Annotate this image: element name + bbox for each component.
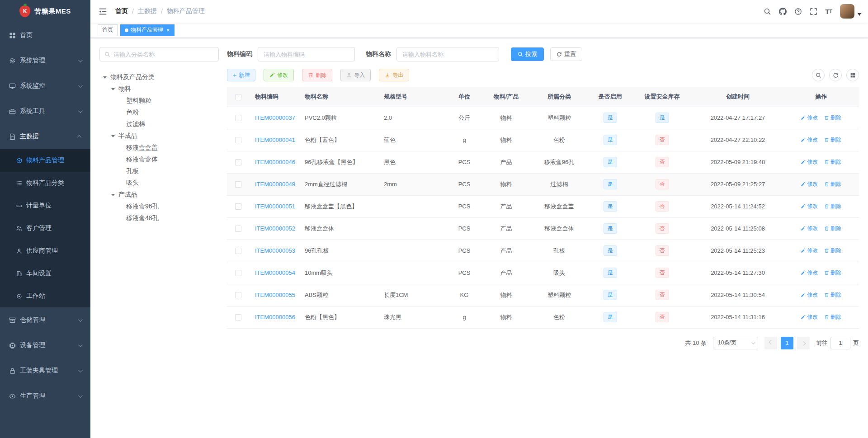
category-search-input[interactable] bbox=[113, 51, 214, 58]
sidebar-item-supplier-management[interactable]: 供应商管理 bbox=[0, 240, 90, 262]
material-code-link[interactable]: ITEM00000052 bbox=[255, 225, 295, 232]
tree-node-semi-finished[interactable]: 半成品 bbox=[99, 130, 219, 142]
row-delete-button[interactable]: 删除 bbox=[824, 114, 841, 122]
import-button[interactable]: 导入 bbox=[340, 69, 371, 81]
table-row[interactable]: ITEM00000049 2mm直径过滤棉 2mm PCS 物料 过滤棉 是 否… bbox=[227, 173, 859, 195]
material-code-link[interactable]: ITEM00000053 bbox=[255, 247, 295, 254]
tab-material-product-management[interactable]: 物料产品管理 × bbox=[120, 24, 175, 36]
tree-node-material[interactable]: 物料 bbox=[99, 83, 219, 95]
row-checkbox[interactable] bbox=[235, 292, 241, 298]
reset-button[interactable]: 重置 bbox=[550, 47, 582, 61]
row-checkbox[interactable] bbox=[235, 270, 241, 276]
table-row[interactable]: ITEM00000056 色粉【黑色】 珠光黑 g 物料 色粉 是 否 2022… bbox=[227, 306, 859, 328]
caret-down-icon[interactable] bbox=[111, 194, 115, 196]
sidebar-item-workshop-settings[interactable]: 车间设置 bbox=[0, 262, 90, 285]
material-code-link[interactable]: ITEM00000056 bbox=[255, 314, 295, 320]
next-page-button[interactable] bbox=[797, 337, 810, 349]
table-row[interactable]: ITEM00000046 96孔移液盒【黑色】 黑色 PCS 产品 移液盒96孔… bbox=[227, 151, 859, 173]
page-number-current[interactable]: 1 bbox=[781, 337, 793, 349]
tree-node-finished-goods[interactable]: 产成品 bbox=[99, 189, 219, 201]
font-size-button[interactable]: TT bbox=[821, 0, 836, 23]
material-code-link[interactable]: ITEM00000041 bbox=[255, 137, 295, 143]
sidebar-item-system-monitor[interactable]: 系统监控 bbox=[0, 73, 90, 99]
row-edit-button[interactable]: 修改 bbox=[801, 269, 818, 277]
goto-page-input[interactable] bbox=[830, 337, 850, 349]
close-icon[interactable]: × bbox=[166, 27, 170, 33]
row-delete-button[interactable]: 删除 bbox=[824, 158, 841, 166]
row-edit-button[interactable]: 修改 bbox=[801, 313, 818, 321]
sidebar-item-material-product-management[interactable]: 物料产品管理 bbox=[0, 149, 90, 172]
toggle-search-button[interactable] bbox=[812, 69, 825, 81]
row-checkbox[interactable] bbox=[235, 203, 241, 210]
column-settings-button[interactable] bbox=[846, 69, 859, 81]
row-edit-button[interactable]: 修改 bbox=[801, 291, 818, 299]
row-delete-button[interactable]: 删除 bbox=[824, 247, 841, 254]
tree-node-leaf[interactable]: 移液盒96孔 bbox=[99, 201, 219, 212]
row-checkbox[interactable] bbox=[235, 314, 241, 320]
hamburger-icon[interactable] bbox=[98, 6, 108, 16]
sidebar-item-fixture-management[interactable]: 工装夹具管理 bbox=[0, 358, 90, 383]
row-edit-button[interactable]: 修改 bbox=[801, 247, 818, 254]
row-checkbox[interactable] bbox=[235, 226, 241, 232]
avatar[interactable] bbox=[840, 4, 854, 19]
row-edit-button[interactable]: 修改 bbox=[801, 158, 818, 166]
sidebar-item-workstation[interactable]: 工作站 bbox=[0, 285, 90, 307]
sidebar-item-system-management[interactable]: 系统管理 bbox=[0, 48, 90, 73]
row-delete-button[interactable]: 删除 bbox=[824, 269, 841, 277]
material-code-link[interactable]: ITEM00000046 bbox=[255, 159, 295, 165]
row-delete-button[interactable]: 删除 bbox=[824, 225, 841, 232]
user-menu[interactable] bbox=[840, 4, 861, 19]
sidebar-item-measure-unit[interactable]: 计量单位 bbox=[0, 194, 90, 217]
row-delete-button[interactable]: 删除 bbox=[824, 313, 841, 321]
material-code-input[interactable] bbox=[258, 47, 355, 61]
table-row[interactable]: ITEM00000051 移液盒盒盖【黑色】 PCS 产品 移液盒盒盖 是 否 … bbox=[227, 195, 859, 217]
row-checkbox[interactable] bbox=[235, 159, 241, 165]
material-code-link[interactable]: ITEM00000049 bbox=[255, 181, 295, 188]
row-edit-button[interactable]: 修改 bbox=[801, 114, 818, 122]
prev-page-button[interactable] bbox=[764, 337, 777, 349]
tab-home[interactable]: 首页 bbox=[98, 24, 118, 36]
row-edit-button[interactable]: 修改 bbox=[801, 203, 818, 210]
tree-node-leaf[interactable]: 孔板 bbox=[99, 165, 219, 177]
tree-node-leaf[interactable]: 过滤棉 bbox=[99, 118, 219, 130]
delete-button[interactable]: 删除 bbox=[302, 69, 332, 81]
sidebar-item-customer-management[interactable]: 客户管理 bbox=[0, 217, 90, 240]
material-name-input[interactable] bbox=[396, 47, 499, 61]
material-code-link[interactable]: ITEM00000037 bbox=[255, 114, 295, 121]
sidebar-item-warehouse-management[interactable]: 仓储管理 bbox=[0, 307, 90, 333]
sidebar-item-home[interactable]: 首页 bbox=[0, 23, 90, 48]
caret-down-icon[interactable] bbox=[111, 88, 115, 90]
caret-down-icon[interactable] bbox=[103, 76, 107, 79]
table-row[interactable]: ITEM00000037 PVC2.0颗粒 2.0 公斤 物料 塑料颗粒 是 是… bbox=[227, 107, 859, 129]
header-search-button[interactable] bbox=[760, 0, 775, 23]
select-all-checkbox[interactable] bbox=[235, 94, 241, 100]
row-delete-button[interactable]: 删除 bbox=[824, 203, 841, 210]
tree-node-root[interactable]: 物料及产品分类 bbox=[99, 71, 219, 83]
breadcrumb-master-data[interactable]: 主数据 bbox=[138, 7, 157, 15]
app-logo[interactable]: K 苦糖果MES bbox=[0, 0, 90, 23]
table-row[interactable]: ITEM00000055 ABS颗粒 长度1CM KG 物料 塑料颗粒 是 否 … bbox=[227, 284, 859, 306]
table-row[interactable]: ITEM00000052 移液盒盒体 PCS 产品 移液盒盒体 是 否 2022… bbox=[227, 217, 859, 240]
row-delete-button[interactable]: 删除 bbox=[824, 291, 841, 299]
edit-button[interactable]: 修改 bbox=[264, 69, 294, 81]
sidebar-item-equipment-management[interactable]: 设备管理 bbox=[0, 333, 90, 358]
caret-down-icon[interactable] bbox=[111, 135, 115, 137]
sidebar-item-system-tools[interactable]: 系统工具 bbox=[0, 99, 90, 124]
tree-node-leaf[interactable]: 移液盒48孔 bbox=[99, 212, 219, 224]
material-code-link[interactable]: ITEM00000054 bbox=[255, 269, 295, 276]
tree-node-leaf[interactable]: 移液盒盒盖 bbox=[99, 142, 219, 154]
row-edit-button[interactable]: 修改 bbox=[801, 136, 818, 144]
export-button[interactable]: 导出 bbox=[379, 69, 409, 81]
help-button[interactable] bbox=[790, 0, 806, 23]
row-edit-button[interactable]: 修改 bbox=[801, 225, 818, 232]
table-row[interactable]: ITEM00000041 色粉【蓝色】 蓝色 g 物料 色粉 是 否 2022-… bbox=[227, 129, 859, 151]
sidebar-item-material-product-category[interactable]: 物料产品分类 bbox=[0, 172, 90, 194]
fullscreen-button[interactable] bbox=[806, 0, 821, 23]
table-row[interactable]: ITEM00000053 96孔孔板 PCS 产品 孔板 是 否 2022-05… bbox=[227, 240, 859, 262]
row-delete-button[interactable]: 删除 bbox=[824, 136, 841, 144]
table-row[interactable]: ITEM00000054 10mm吸头 PCS 产品 吸头 是 否 2022-0… bbox=[227, 262, 859, 284]
row-checkbox[interactable] bbox=[235, 248, 241, 254]
add-button[interactable]: + 新增 bbox=[227, 69, 255, 81]
github-button[interactable] bbox=[775, 0, 790, 23]
row-checkbox[interactable] bbox=[235, 137, 241, 143]
